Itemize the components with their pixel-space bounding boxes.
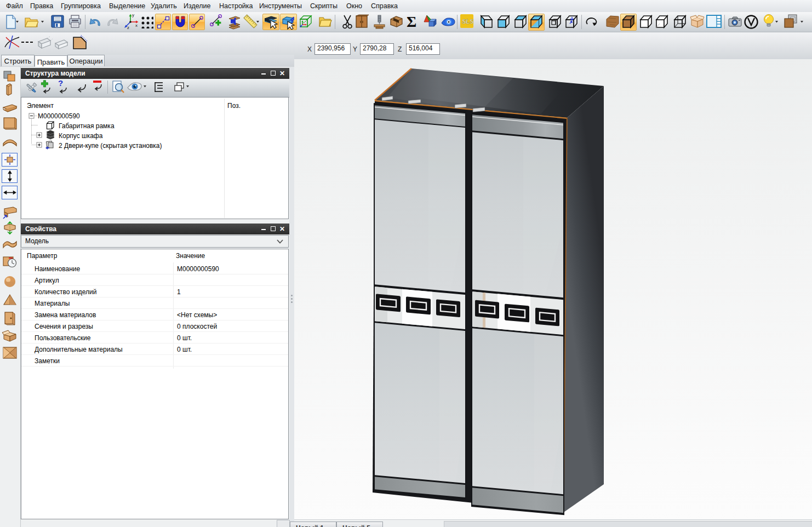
svg-text:Σ: Σ [407, 14, 416, 30]
svg-text:y: y [132, 13, 134, 18]
svg-text:SLS: SLS [462, 18, 473, 25]
svg-text:z: z [127, 25, 129, 30]
svg-text:x: x [135, 23, 138, 28]
svg-text:?: ? [58, 79, 63, 88]
